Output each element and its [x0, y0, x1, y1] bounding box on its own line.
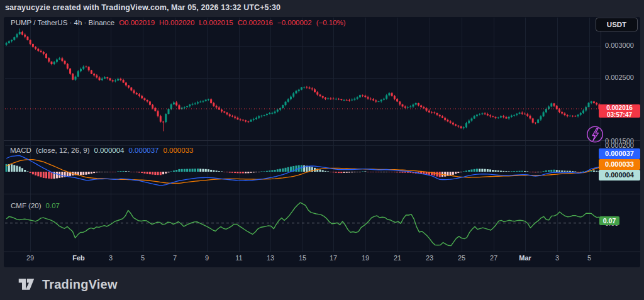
time-axis-label: 5	[132, 254, 153, 262]
time-axis-label: 25	[451, 254, 472, 262]
tradingview-snapshot: { "frame": { "attribution": "sarayucyzie…	[0, 0, 644, 300]
attribution-bar: sarayucyzie created with TradingView.com…	[5, 3, 280, 12]
macd-signal-value: 0.000033	[163, 147, 193, 154]
last-price-badge: 0.002016 03:57:47	[599, 104, 640, 118]
cmf-label: CMF (20)	[11, 202, 42, 209]
symbol-legend[interactable]: PUMP / TetherUS · 4h · Binance O0.002019…	[11, 19, 346, 26]
time-axis-label: 9	[196, 254, 218, 262]
time-axis-label: 13	[260, 254, 281, 262]
time-axis-label: 23	[419, 254, 440, 262]
ohlc-change-pct: (−0.10%)	[316, 19, 346, 26]
ohlc-change: −0.000002	[277, 19, 312, 26]
macd-label: MACD	[10, 147, 31, 154]
time-axis-label: 21	[387, 254, 408, 262]
flash-icon[interactable]	[585, 124, 605, 145]
ohlc-open: O0.002019	[119, 19, 155, 26]
candle-countdown: 03:57:47	[599, 112, 640, 119]
cmf-value-badge: 0.07	[599, 216, 619, 225]
price-axis-label: 0.003000	[605, 42, 634, 49]
time-axis-label: 27	[483, 254, 504, 262]
time-axis-label: Mar	[514, 254, 536, 262]
time-axis-label: 5	[579, 254, 600, 262]
macd-line-badge: 0.000037	[599, 148, 640, 159]
tradingview-logo[interactable]: TradingView	[17, 275, 118, 293]
price-axis-label: 0.002500	[605, 74, 634, 81]
time-axis-label: 7	[164, 254, 186, 262]
currency-toggle-button[interactable]: USDT	[596, 18, 638, 31]
time-axis-label: 29	[19, 254, 41, 262]
macd-hist-value: 0.000004	[94, 147, 125, 154]
tradingview-logo-mark	[17, 275, 36, 293]
ohlc-high: H0.002020	[159, 19, 194, 26]
time-axis-label: 11	[228, 254, 250, 262]
cmf-legend[interactable]: CMF (20) 0.07	[11, 202, 60, 209]
macd-legend[interactable]: MACD (close, 12, 26, 9) 0.000004 0.00003…	[10, 147, 193, 154]
time-axis-label: 3	[547, 254, 568, 262]
ohlc-close: C0.002016	[238, 19, 273, 26]
macd-line-value: 0.000037	[129, 147, 159, 154]
macd-hist-badge: 0.000004	[599, 170, 640, 181]
macd-params: (close, 12, 26, 9)	[36, 147, 90, 154]
ohlc-low: L0.002015	[199, 19, 233, 26]
symbol-title[interactable]: PUMP / TetherUS · 4h · Binance	[11, 19, 114, 26]
time-axis-label: 15	[292, 254, 313, 262]
time-axis-label: 19	[355, 254, 376, 262]
cmf-value: 0.07	[46, 202, 60, 209]
price-axis-label: 0.001500	[605, 137, 634, 145]
macd-signal-badge: 0.000033	[599, 159, 640, 170]
time-axis[interactable]: 29Feb3579111315171921232527Mar35	[0, 254, 644, 265]
brand-name: TradingView	[42, 277, 118, 292]
chart-panel[interactable]	[4, 17, 640, 267]
time-axis-label: 17	[323, 254, 344, 262]
time-axis-label: 3	[100, 254, 121, 262]
time-axis-label: Feb	[68, 254, 89, 262]
last-price-value: 0.002016	[599, 105, 640, 112]
